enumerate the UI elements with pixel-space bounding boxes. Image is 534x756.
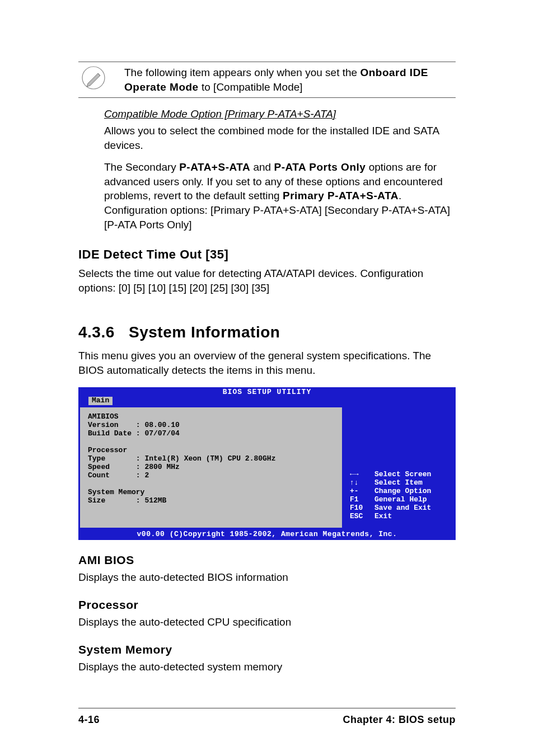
- processor-body: Displays the auto-detected CPU specifica…: [78, 615, 456, 630]
- bios-footer: v00.00 (C)Copyright 1985-2002, American …: [78, 529, 456, 540]
- compat-mode-p2: The Secondary P-ATA+S-ATA and P-ATA Port…: [104, 160, 456, 232]
- section-heading: 4.3.6System Information: [78, 322, 456, 343]
- bios-help-row: ←→Select Screen: [350, 471, 431, 479]
- bios-help-row: ESCExit: [350, 513, 431, 521]
- chapter-label: Chapter 4: BIOS setup: [343, 713, 456, 726]
- bios-help-key: +-: [350, 487, 374, 496]
- note-prefix: The following item appears only when you…: [124, 67, 360, 78]
- bios-help-list: ←→Select Screen↑↓Select Item+-Change Opt…: [350, 471, 431, 521]
- bios-help-key: F10: [350, 504, 374, 513]
- section-intro: This menu gives you an overview of the g…: [78, 349, 456, 377]
- text-bold: P-ATA+S-ATA: [179, 161, 250, 173]
- note-box: The following item appears only when you…: [78, 62, 456, 98]
- bios-help-key: ←→: [350, 471, 374, 479]
- bios-help-desc: Change Option: [374, 487, 431, 496]
- bios-help-key: ↑↓: [350, 479, 374, 487]
- bios-help-row: +-Change Option: [350, 487, 431, 496]
- bios-help-row: F10Save and Exit: [350, 504, 431, 513]
- bios-help-desc: General Help: [374, 496, 427, 504]
- ami-bios-body: Displays the auto-detected BIOS informat…: [78, 570, 456, 585]
- ami-bios-heading: AMI BIOS: [78, 552, 456, 568]
- bios-left-panel: AMIBIOS Version : 08.00.10 Build Date : …: [79, 406, 343, 528]
- page-footer: 4-16 Chapter 4: BIOS setup: [78, 708, 456, 726]
- bios-header: BIOS SETUP UTILITY: [78, 387, 456, 397]
- text: The Secondary: [104, 161, 179, 173]
- section-number: 4.3.6: [78, 322, 129, 343]
- bios-right-panel: ←→Select Screen↑↓Select Item+-Change Opt…: [343, 406, 455, 528]
- text: and: [250, 161, 274, 173]
- bios-body: AMIBIOS Version : 08.00.10 Build Date : …: [78, 406, 456, 529]
- bios-help-row: ↑↓Select Item: [350, 479, 431, 487]
- system-memory-heading: System Memory: [78, 642, 456, 658]
- bios-help-desc: Exit: [374, 513, 392, 521]
- bios-help-desc: Select Screen: [374, 471, 431, 479]
- bios-screenshot: BIOS SETUP UTILITY Main AMIBIOS Version …: [78, 387, 456, 539]
- compat-mode-p1: Allows you to select the combined mode f…: [104, 124, 456, 152]
- note-suffix: to [Compatible Mode]: [199, 81, 303, 93]
- bios-help-key: F1: [350, 496, 374, 504]
- text-bold: P-ATA Ports Only: [274, 161, 366, 173]
- bios-tab-main: Main: [88, 397, 113, 405]
- system-memory-body: Displays the auto-detected system memory: [78, 660, 456, 674]
- processor-heading: Processor: [78, 597, 456, 613]
- page-number: 4-16: [78, 713, 100, 726]
- note-text: The following item appears only when you…: [109, 65, 456, 94]
- ide-timeout-body: Selects the time out value for detecting…: [78, 266, 456, 295]
- section-title: System Information: [129, 323, 280, 341]
- bios-help-row: F1General Help: [350, 496, 431, 504]
- bios-help-key: ESC: [350, 513, 374, 521]
- bios-help-desc: Save and Exit: [374, 504, 431, 513]
- bios-tabbar: Main: [78, 397, 456, 406]
- compat-mode-title: Compatible Mode Option [Primary P-ATA+S-…: [104, 107, 456, 121]
- ide-timeout-heading: IDE Detect Time Out [35]: [78, 246, 456, 263]
- text-bold: Primary P-ATA+S-ATA: [283, 190, 399, 201]
- bios-help-desc: Select Item: [374, 479, 423, 487]
- pencil-note-icon: [78, 65, 109, 90]
